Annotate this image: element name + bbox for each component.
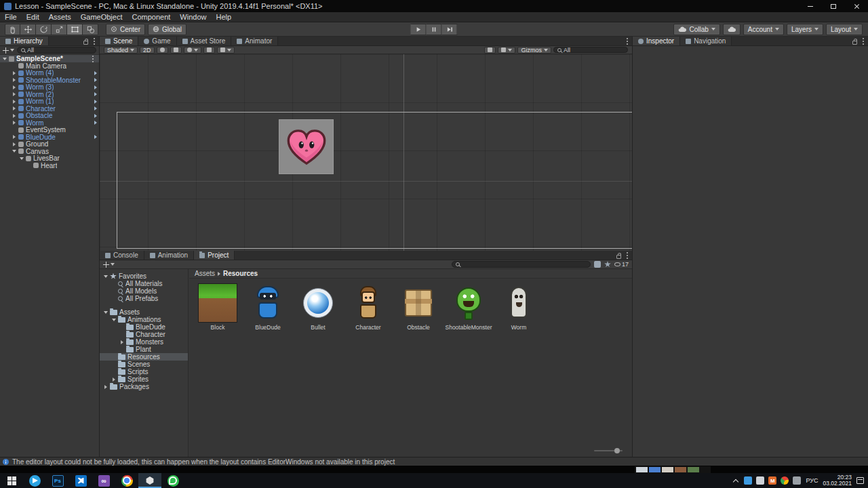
project-tree-item[interactable]: Assets: [100, 308, 188, 316]
view-tab[interactable]: Animator: [231, 37, 278, 45]
prefab-open-arrow-icon[interactable]: [94, 121, 97, 125]
hidden-objects-button[interactable]: [203, 47, 215, 54]
project-tree-item[interactable]: All Prefabs: [100, 295, 188, 302]
view-tab[interactable]: Scene: [100, 37, 138, 45]
foldout-open-icon[interactable]: [19, 157, 24, 160]
menu-item[interactable]: Help: [211, 13, 236, 21]
asset-item[interactable]: Worm: [496, 283, 542, 331]
hierarchy-item[interactable]: Ground: [0, 141, 99, 148]
bottom-tab[interactable]: Animation: [144, 251, 194, 260]
scene-menu-icon[interactable]: [92, 58, 94, 60]
rect-tool-button[interactable]: [67, 24, 83, 35]
foldout-open-icon[interactable]: [3, 58, 7, 60]
pause-button[interactable]: [427, 24, 442, 35]
create-object-button[interactable]: [3, 47, 14, 54]
prefab-open-arrow-icon[interactable]: [94, 114, 97, 118]
project-tree-item[interactable]: Scenes: [100, 361, 188, 368]
foldout-open-icon[interactable]: [103, 275, 108, 278]
step-button[interactable]: [442, 24, 458, 35]
hierarchy-item[interactable]: Worm: [0, 119, 99, 127]
prefab-open-arrow-icon[interactable]: [94, 85, 97, 89]
prefab-open-arrow-icon[interactable]: [94, 106, 97, 110]
project-tree-item[interactable]: Resources: [100, 353, 188, 361]
asset-item[interactable]: Obstacle: [395, 283, 441, 331]
hierarchy-item[interactable]: BlueDude: [0, 134, 99, 141]
tray-icon[interactable]: [793, 476, 801, 485]
project-tree-item[interactable]: Packages: [100, 383, 188, 390]
foldout-closed-icon[interactable]: [12, 106, 16, 110]
close-button[interactable]: [845, 0, 868, 12]
clock[interactable]: 20:23 03.02.2021: [823, 474, 852, 487]
prefab-open-arrow-icon[interactable]: [94, 78, 97, 82]
foldout-closed-icon[interactable]: [119, 340, 124, 344]
menu-item[interactable]: Window: [175, 13, 211, 21]
audio-toggle-button[interactable]: [170, 47, 182, 54]
hidden-packages-count[interactable]: 17: [614, 261, 629, 268]
minimize-button[interactable]: [799, 0, 822, 12]
taskbar-app-icon[interactable]: [23, 473, 46, 488]
project-search-input[interactable]: [452, 261, 591, 268]
project-tree-item[interactable]: Animations: [100, 316, 188, 323]
selected-sprite-bounds[interactable]: [279, 119, 334, 174]
tray-icon[interactable]: [732, 476, 740, 485]
foldout-closed-icon[interactable]: [12, 92, 16, 96]
hierarchy-item[interactable]: Main Camera: [0, 62, 99, 70]
project-tree-item[interactable]: Character: [100, 331, 188, 338]
foldout-closed-icon[interactable]: [12, 142, 16, 146]
transform-tool-button[interactable]: [83, 24, 98, 35]
menu-item[interactable]: GameObject: [76, 13, 127, 21]
lighting-toggle-button[interactable]: [157, 47, 168, 54]
isolation-button[interactable]: [484, 47, 496, 54]
project-tree-item[interactable]: BlueDude: [100, 323, 188, 331]
lock-icon[interactable]: [83, 41, 88, 45]
hierarchy-item[interactable]: Heart: [0, 162, 99, 169]
taskbar-app-icon[interactable]: [69, 473, 92, 488]
foldout-closed-icon[interactable]: [12, 121, 16, 125]
foldout-open-icon[interactable]: [103, 311, 108, 314]
asset-item[interactable]: Block: [195, 283, 241, 331]
hierarchy-item[interactable]: Worm (4): [0, 70, 99, 77]
language-indicator[interactable]: РУС: [806, 477, 818, 484]
foldout-open-icon[interactable]: [111, 319, 116, 321]
foldout-closed-icon[interactable]: [111, 378, 116, 382]
maximize-button[interactable]: [822, 0, 845, 12]
hierarchy-item[interactable]: Canvas: [0, 148, 99, 155]
asset-item[interactable]: Character: [345, 283, 391, 331]
hierarchy-item[interactable]: Obstacle: [0, 113, 99, 120]
collab-button[interactable]: Collab: [673, 24, 719, 35]
hierarchy-item[interactable]: ShootableMonster: [0, 77, 99, 84]
panel-menu-icon[interactable]: [627, 255, 628, 256]
foldout-closed-icon[interactable]: [12, 71, 16, 75]
menu-item[interactable]: Edit: [22, 13, 44, 21]
favorites-filter-icon[interactable]: [604, 261, 611, 268]
account-dropdown[interactable]: Account: [743, 24, 784, 35]
gizmos-dropdown[interactable]: Gizmos: [517, 47, 551, 54]
prefab-open-arrow-icon[interactable]: [94, 135, 97, 139]
cloud-button[interactable]: [723, 24, 741, 35]
taskbar-app-icon[interactable]: [115, 473, 138, 488]
bottom-tab[interactable]: Console: [100, 251, 144, 260]
foldout-closed-icon[interactable]: [103, 385, 108, 389]
hierarchy-item[interactable]: Character: [0, 105, 99, 113]
scene-viewport[interactable]: [100, 54, 632, 251]
space-toggle-button[interactable]: Global: [148, 24, 186, 35]
move-tool-button[interactable]: [20, 24, 36, 35]
inspector-tab[interactable]: Navigation: [680, 37, 732, 45]
asset-item[interactable]: Bullet: [295, 283, 341, 331]
tray-icon[interactable]: [756, 476, 764, 485]
play-button[interactable]: [411, 24, 427, 35]
search-by-type-icon[interactable]: [594, 261, 601, 268]
camera-preview-dropdown[interactable]: [498, 47, 515, 54]
tab-hierarchy[interactable]: Hierarchy: [0, 37, 49, 45]
scene-header-row[interactable]: SampleScene*: [0, 55, 99, 62]
hierarchy-search-input[interactable]: All: [17, 47, 96, 54]
start-button[interactable]: [0, 473, 23, 488]
hierarchy-item[interactable]: EventSystem: [0, 127, 99, 134]
shading-mode-dropdown[interactable]: Shaded: [104, 47, 138, 54]
effects-dropdown[interactable]: [184, 47, 201, 54]
slider-knob[interactable]: [614, 448, 620, 453]
bottom-tab[interactable]: Project: [194, 251, 235, 260]
prefab-open-arrow-icon[interactable]: [94, 71, 97, 75]
thumbnail-size-slider[interactable]: [594, 447, 623, 454]
tray-icon[interactable]: M: [768, 476, 776, 485]
